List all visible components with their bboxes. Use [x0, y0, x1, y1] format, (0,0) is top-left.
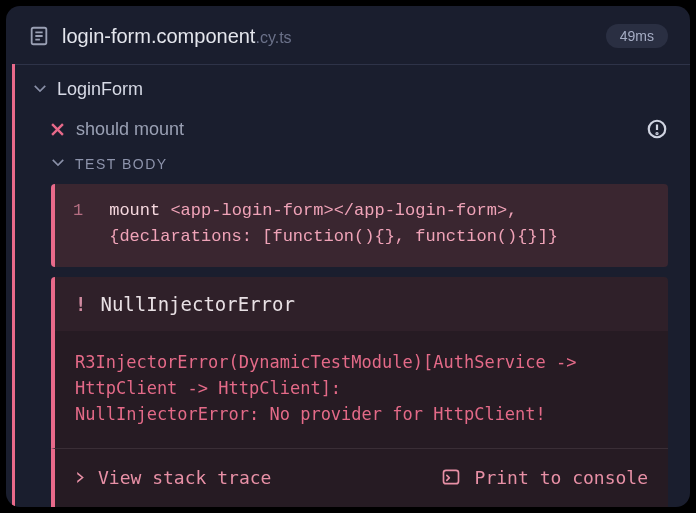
line-number: 1: [73, 198, 83, 251]
command-args: <app-login-form></app-login-form>, {decl…: [109, 201, 558, 246]
test-runner-panel: login-form.component.cy.ts 49ms LoginFor…: [6, 6, 690, 507]
error-actions: View stack trace Print to console: [51, 448, 668, 507]
print-to-console-button[interactable]: Print to console: [475, 467, 648, 488]
test-name: should mount: [76, 119, 184, 140]
file-basename: login-form.component: [62, 25, 255, 47]
command-log-entry[interactable]: 1 mount <app-login-form></app-login-form…: [51, 184, 668, 267]
test-row[interactable]: should mount: [15, 112, 690, 152]
svg-rect-9: [443, 471, 458, 484]
error-message: R3InjectorError(DynamicTestModule)[AuthS…: [51, 331, 668, 448]
fail-x-icon: [51, 123, 64, 136]
error-title-block: ! NullInjectorError: [51, 277, 668, 331]
svg-point-8: [656, 133, 657, 134]
file-header: login-form.component.cy.ts 49ms: [6, 6, 690, 64]
file-extension: .cy.ts: [255, 29, 291, 46]
warning-circle-icon[interactable]: [646, 118, 668, 140]
duration-badge: 49ms: [606, 24, 668, 48]
suite-row[interactable]: LoginForm: [15, 65, 690, 112]
test-body-header[interactable]: TEST BODY: [15, 152, 690, 184]
file-name: login-form.component.cy.ts: [62, 25, 292, 48]
chevron-down-icon: [51, 157, 65, 171]
bang-icon: !: [75, 293, 86, 315]
fail-rail: LoginForm should mount TEST BODY 1 mou: [12, 64, 690, 507]
file-icon: [28, 25, 50, 47]
console-icon: [441, 467, 461, 487]
view-stack-trace-button[interactable]: View stack trace: [98, 467, 271, 488]
chevron-right-icon: [75, 472, 86, 483]
chevron-down-icon: [33, 83, 47, 97]
error-title: NullInjectorError: [100, 293, 294, 315]
command-text: mount <app-login-form></app-login-form>,…: [109, 198, 650, 251]
mount-keyword: mount: [109, 201, 160, 220]
suite-name: LoginForm: [57, 79, 143, 100]
test-body-label: TEST BODY: [75, 156, 168, 172]
